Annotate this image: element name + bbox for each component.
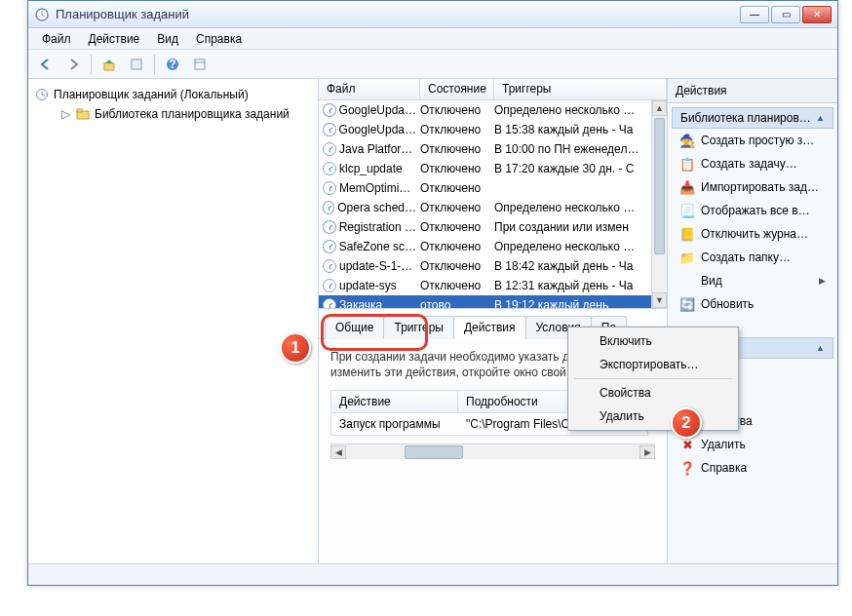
app-icon [34,7,50,22]
task-row[interactable]: update-S-1-…ОтключеноВ 18:42 каждый день… [319,256,667,276]
scroll-up-icon[interactable]: ▲ [652,100,667,116]
task-name: update-S-1-… [339,259,412,273]
clock-icon [323,103,336,117]
maximize-button[interactable]: ▭ [771,6,800,23]
scroll-thumb[interactable] [654,118,665,254]
help-icon: ❓ [679,460,695,476]
task-trigger: При создании или измен [494,220,667,234]
log-icon: 📒 [679,226,695,242]
action-create-task[interactable]: 📋Создать задачу… [672,152,833,175]
close-button[interactable]: ✕ [802,6,832,23]
ctx-enable[interactable]: Включить [570,329,736,353]
badge-2: 2 [671,407,702,439]
svg-rect-3 [104,63,114,70]
collapse-icon: ▲ [816,343,825,353]
menu-action[interactable]: Действие [81,30,148,48]
action-new-folder[interactable]: 📁Создать папку… [672,246,833,269]
task-row[interactable]: MemOptimi…Отключено [319,178,667,198]
task-row[interactable]: Java Platfor…ОтключеноВ 10:00 по ПН ежен… [319,139,667,159]
action-disable-log[interactable]: 📒Отключить журна… [672,222,833,246]
window-title: Планировщик заданий [56,7,189,21]
tab-general[interactable]: Общие [325,316,384,339]
panel-button[interactable] [188,53,212,76]
up-button[interactable] [97,53,121,76]
ctx-export[interactable]: Экспортировать… [570,353,736,376]
back-button[interactable] [34,53,58,76]
task-state: Отключено [420,162,494,175]
scroll-left-icon[interactable]: ◀ [330,445,346,459]
task-row[interactable]: klcp_updateОтключеноВ 17:20 каждые 30 дн… [319,159,667,178]
action-type: Запуск программы [331,413,458,435]
col-triggers[interactable]: Триггеры [494,79,667,99]
task-trigger: В 18:42 каждый день - Ча [494,259,667,273]
scroll-right-icon[interactable]: ▶ [639,445,655,459]
task-rows[interactable]: GoogleUpda…ОтключеноОпределено несколько… [319,100,667,308]
action-create-basic[interactable]: 🧙Создать простую з… [672,129,833,152]
action-delete[interactable]: ✖Удалить [672,433,833,456]
action-import[interactable]: 📥Импортировать зад… [672,175,833,199]
action-show-all[interactable]: 📃Отображать все в… [672,199,833,222]
folder-icon [75,106,91,122]
task-row[interactable]: ЗакачкаотовоВ 19:12 каждый день [319,295,667,308]
task-row[interactable]: Registration …ОтключеноПри создании или … [319,217,667,237]
expand-icon[interactable]: ▷ [59,107,71,121]
hscroll-thumb[interactable] [405,445,463,459]
clock-icon [323,240,336,253]
vertical-scrollbar[interactable]: ▲ ▼ [651,100,667,308]
menu-file[interactable]: Файл [34,30,79,48]
action-refresh[interactable]: 🔄Обновить [672,292,833,316]
col-action[interactable]: Действие [331,391,458,412]
separator [574,378,732,379]
task-row[interactable]: SafeZone sc…ОтключеноОпределено нескольк… [319,237,667,256]
task-row[interactable]: GoogleUpda…ОтключеноВ 15:38 каждый день … [319,120,667,139]
task-trigger: В 12:31 каждый день - Ча [494,279,667,292]
minimize-button[interactable]: — [740,6,769,23]
task-state: Отключено [420,123,494,136]
task-row[interactable]: Opera sched…ОтключеноОпределено нескольк… [319,198,667,217]
tree-library[interactable]: ▷ Библиотека планировщика заданий [32,104,314,124]
clock-icon [323,181,336,195]
tree-root[interactable]: Планировщик заданий (Локальный) [32,85,314,104]
clock-icon [323,162,336,175]
clock-icon [34,87,50,102]
task-name: Java Platfor… [339,142,412,156]
ctx-delete[interactable]: Удалить [570,404,736,428]
task-icon: 📋 [679,156,695,172]
action-help[interactable]: ❓Справка [672,456,833,480]
menu-view[interactable]: Вид [149,30,186,48]
tree-library-label: Библиотека планировщика заданий [95,107,290,121]
import-icon: 📥 [679,179,695,195]
tree-root-label: Планировщик заданий (Локальный) [54,88,249,101]
horizontal-scrollbar[interactable]: ◀ ▶ [330,443,655,459]
task-scheduler-window: Планировщик заданий — ▭ ✕ Файл Действие … [27,0,838,586]
task-state: Отключено [420,240,494,253]
svg-rect-7 [195,59,205,69]
badge-1: 1 [280,332,311,364]
help-button[interactable]: ? [161,53,184,76]
action-view[interactable]: Вид▶ [672,269,833,292]
task-trigger: В 17:20 каждые 30 дн. - С [494,162,667,175]
ctx-properties[interactable]: Свойства [570,381,736,404]
task-row[interactable]: update-sysОтключеноВ 12:31 каждый день -… [319,276,667,295]
menu-help[interactable]: Справка [188,30,250,48]
clock-icon [323,220,336,234]
wizard-icon: 🧙 [679,133,695,148]
task-name: MemOptimi… [339,181,410,195]
task-row[interactable]: GoogleUpda…ОтключеноОпределено несколько… [319,100,667,120]
tab-actions[interactable]: Действия [453,316,526,339]
task-state: Отключено [420,279,494,292]
task-trigger: В 15:38 каждый день - Ча [494,123,667,136]
task-name: klcp_update [339,162,403,175]
scroll-down-icon[interactable]: ▼ [652,292,667,308]
tab-triggers[interactable]: Триггеры [383,316,454,339]
col-file[interactable]: Файл [319,79,420,99]
forward-button[interactable] [61,53,85,76]
task-state: отово [420,298,494,308]
properties-button[interactable] [125,53,148,76]
task-state: Отключено [420,103,494,117]
task-trigger: Определено несколько … [494,240,667,253]
col-state[interactable]: Состояние [420,79,494,99]
actions-section-library[interactable]: Библиотека планиров…▲ [672,107,833,129]
titlebar[interactable]: Планировщик заданий — ▭ ✕ [28,1,837,28]
chevron-right-icon: ▶ [819,276,826,286]
